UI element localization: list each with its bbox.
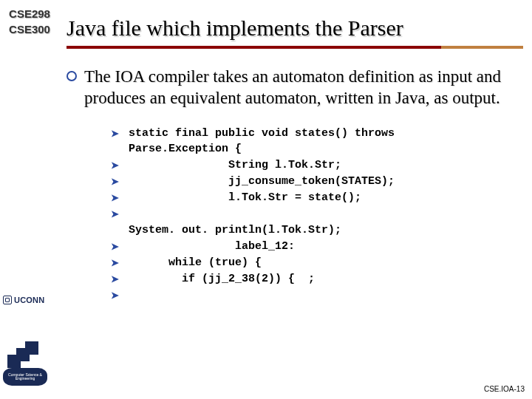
code-text: System. out. println(l.Tok.Str); — [129, 206, 341, 239]
arrow-icon: ➤ — [111, 126, 121, 142]
code-line: ➤ if (jj_2_38(2)) { ; — [111, 271, 517, 287]
cse-logo: Computer Science & Engineering — [3, 341, 53, 393]
code-line: ➤ l.Tok.Str = state(); — [111, 190, 517, 206]
arrow-icon: ➤ — [111, 174, 121, 190]
code-line: ➤ label_12: — [111, 239, 517, 255]
code-line: ➤ while (true) { — [111, 255, 517, 271]
code-line: ➤ String l.Tok.Str; — [111, 157, 517, 174]
code-text: static final public void states() throws… — [129, 126, 395, 158]
arrow-icon: ➤ — [111, 206, 121, 222]
uconn-icon — [3, 296, 12, 304]
code-line: ➤ System. out. println(l.Tok.Str); — [111, 206, 517, 239]
code-text: l.Tok.Str = state(); — [129, 190, 361, 206]
code-line: ➤static final public void states() throw… — [111, 126, 517, 158]
course-code-1: CSE298 — [0, 6, 59, 21]
code-text: jj_consume_token(STATES); — [129, 174, 395, 190]
slide: CSE298 CSE300 UCONN Computer Science & E… — [0, 0, 532, 399]
course-code-2: CSE300 — [0, 21, 59, 37]
code-text: String l.Tok.Str; — [129, 157, 341, 174]
stacked-squares-icon — [7, 341, 44, 371]
code-line: ➤ — [111, 287, 517, 304]
arrow-icon: ➤ — [111, 157, 121, 174]
code-line: ➤ jj_consume_token(STATES); — [111, 174, 517, 190]
arrow-icon: ➤ — [111, 239, 121, 255]
bullet-icon — [66, 71, 77, 81]
cse-ribbon-icon: Computer Science & Engineering — [3, 368, 47, 386]
code-text: label_12: — [129, 239, 295, 255]
arrow-icon: ➤ — [111, 287, 121, 304]
uconn-label: UCONN — [14, 296, 44, 304]
code-text: if (jj_2_38(2)) { ; — [129, 271, 315, 287]
uconn-logo: UCONN — [3, 296, 44, 304]
slide-footer: CSE.IOA-13 — [484, 385, 525, 393]
bullet-text: The IOA compiler takes an automaton defi… — [84, 66, 517, 109]
sidebar: CSE298 CSE300 UCONN Computer Science & E… — [0, 0, 59, 399]
slide-title: Java file which implements the Parser — [66, 15, 523, 41]
slide-header: Java file which implements the Parser — [66, 15, 523, 49]
code-text: while (true) { — [129, 255, 262, 271]
slide-content: The IOA compiler takes an automaton defi… — [66, 66, 517, 304]
code-block: ➤static final public void states() throw… — [111, 126, 517, 304]
arrow-icon: ➤ — [111, 255, 121, 271]
arrow-icon: ➤ — [111, 190, 121, 206]
title-underline — [66, 46, 523, 49]
bullet-item: The IOA compiler takes an automaton defi… — [66, 66, 517, 109]
arrow-icon: ➤ — [111, 271, 121, 287]
